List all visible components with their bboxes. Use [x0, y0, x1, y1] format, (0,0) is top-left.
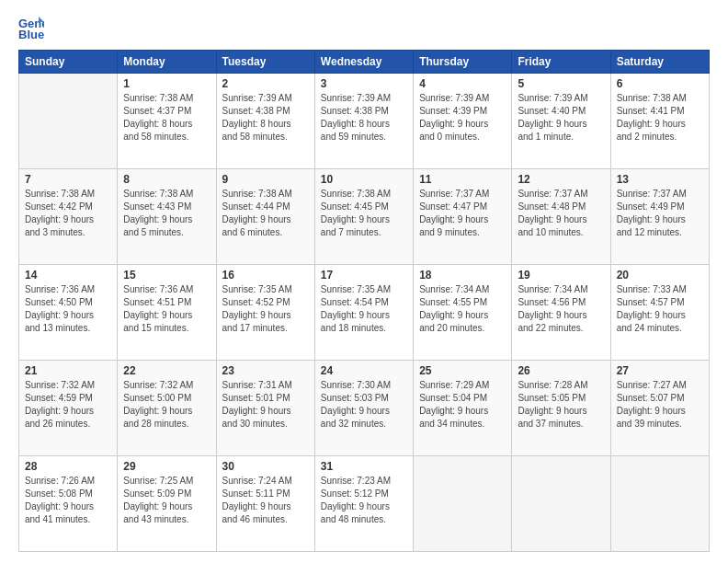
day-info: Sunrise: 7:37 AM Sunset: 4:49 PM Dayligh… — [617, 188, 703, 239]
calendar-cell: 13Sunrise: 7:37 AM Sunset: 4:49 PM Dayli… — [610, 169, 709, 265]
day-info: Sunrise: 7:36 AM Sunset: 4:51 PM Dayligh… — [123, 283, 210, 335]
day-number: 1 — [123, 77, 210, 90]
week-row-2: 7Sunrise: 7:38 AM Sunset: 4:42 PM Daylig… — [19, 169, 710, 265]
day-number: 11 — [419, 173, 506, 186]
calendar-table: SundayMondayTuesdayWednesdayThursdayFrid… — [18, 50, 710, 552]
day-number: 13 — [617, 173, 703, 186]
calendar-cell — [19, 74, 118, 169]
weekday-header-row: SundayMondayTuesdayWednesdayThursdayFrid… — [19, 51, 710, 74]
logo-icon: General Blue — [18, 15, 44, 40]
weekday-header-friday: Friday — [512, 51, 610, 74]
day-info: Sunrise: 7:39 AM Sunset: 4:40 PM Dayligh… — [518, 92, 604, 144]
day-number: 18 — [419, 269, 506, 282]
day-info: Sunrise: 7:32 AM Sunset: 5:00 PM Dayligh… — [123, 379, 210, 431]
day-number: 2 — [222, 77, 309, 90]
day-info: Sunrise: 7:26 AM Sunset: 5:08 PM Dayligh… — [25, 475, 111, 526]
day-info: Sunrise: 7:32 AM Sunset: 4:59 PM Dayligh… — [25, 379, 111, 431]
page: General Blue SundayMondayTuesdayWednesda… — [0, 0, 728, 563]
week-row-3: 14Sunrise: 7:36 AM Sunset: 4:50 PM Dayli… — [19, 265, 710, 361]
calendar-cell: 26Sunrise: 7:28 AM Sunset: 5:05 PM Dayli… — [512, 361, 610, 456]
calendar-cell: 3Sunrise: 7:39 AM Sunset: 4:38 PM Daylig… — [314, 74, 413, 169]
svg-text:Blue: Blue — [18, 28, 44, 40]
day-info: Sunrise: 7:39 AM Sunset: 4:38 PM Dayligh… — [222, 92, 309, 144]
day-number: 7 — [25, 173, 111, 186]
day-number: 31 — [321, 460, 407, 473]
day-info: Sunrise: 7:39 AM Sunset: 4:38 PM Dayligh… — [321, 92, 407, 144]
calendar-cell: 19Sunrise: 7:34 AM Sunset: 4:56 PM Dayli… — [512, 265, 610, 361]
calendar-cell: 18Sunrise: 7:34 AM Sunset: 4:55 PM Dayli… — [414, 265, 512, 361]
calendar-cell: 10Sunrise: 7:38 AM Sunset: 4:45 PM Dayli… — [314, 169, 413, 265]
header: General Blue — [18, 15, 710, 40]
day-number: 26 — [518, 364, 604, 377]
day-number: 29 — [123, 460, 210, 473]
calendar-cell: 31Sunrise: 7:23 AM Sunset: 5:12 PM Dayli… — [314, 456, 413, 552]
calendar-cell: 20Sunrise: 7:33 AM Sunset: 4:57 PM Dayli… — [610, 265, 709, 361]
day-number: 27 — [617, 364, 703, 377]
week-row-5: 28Sunrise: 7:26 AM Sunset: 5:08 PM Dayli… — [19, 456, 710, 552]
day-number: 12 — [518, 173, 604, 186]
calendar-cell: 12Sunrise: 7:37 AM Sunset: 4:48 PM Dayli… — [512, 169, 610, 265]
calendar-cell: 21Sunrise: 7:32 AM Sunset: 4:59 PM Dayli… — [19, 361, 118, 456]
day-number: 5 — [518, 77, 604, 90]
day-number: 15 — [123, 269, 210, 282]
calendar-cell: 29Sunrise: 7:25 AM Sunset: 5:09 PM Dayli… — [118, 456, 216, 552]
day-number: 10 — [321, 173, 407, 186]
weekday-header-wednesday: Wednesday — [314, 51, 413, 74]
day-info: Sunrise: 7:28 AM Sunset: 5:05 PM Dayligh… — [518, 379, 604, 431]
day-info: Sunrise: 7:30 AM Sunset: 5:03 PM Dayligh… — [321, 379, 407, 431]
day-number: 22 — [123, 364, 210, 377]
day-number: 30 — [222, 460, 309, 473]
day-number: 9 — [222, 173, 309, 186]
day-info: Sunrise: 7:37 AM Sunset: 4:48 PM Dayligh… — [518, 188, 604, 239]
day-info: Sunrise: 7:38 AM Sunset: 4:41 PM Dayligh… — [617, 92, 703, 144]
day-info: Sunrise: 7:27 AM Sunset: 5:07 PM Dayligh… — [617, 379, 703, 431]
day-info: Sunrise: 7:24 AM Sunset: 5:11 PM Dayligh… — [222, 475, 309, 526]
weekday-header-thursday: Thursday — [414, 51, 512, 74]
day-number: 17 — [321, 269, 407, 282]
calendar-cell: 7Sunrise: 7:38 AM Sunset: 4:42 PM Daylig… — [19, 169, 118, 265]
day-number: 6 — [617, 77, 703, 90]
calendar-cell: 27Sunrise: 7:27 AM Sunset: 5:07 PM Dayli… — [610, 361, 709, 456]
day-info: Sunrise: 7:34 AM Sunset: 4:56 PM Dayligh… — [518, 283, 604, 335]
day-number: 25 — [419, 364, 506, 377]
day-info: Sunrise: 7:29 AM Sunset: 5:04 PM Dayligh… — [419, 379, 506, 431]
day-info: Sunrise: 7:33 AM Sunset: 4:57 PM Dayligh… — [617, 283, 703, 335]
day-number: 21 — [25, 364, 111, 377]
calendar-cell: 30Sunrise: 7:24 AM Sunset: 5:11 PM Dayli… — [216, 456, 314, 552]
day-number: 8 — [123, 173, 210, 186]
day-number: 20 — [617, 269, 703, 282]
day-number: 14 — [25, 269, 111, 282]
calendar-cell: 24Sunrise: 7:30 AM Sunset: 5:03 PM Dayli… — [314, 361, 413, 456]
calendar-cell: 17Sunrise: 7:35 AM Sunset: 4:54 PM Dayli… — [314, 265, 413, 361]
calendar-cell: 8Sunrise: 7:38 AM Sunset: 4:43 PM Daylig… — [118, 169, 216, 265]
calendar-cell: 23Sunrise: 7:31 AM Sunset: 5:01 PM Dayli… — [216, 361, 314, 456]
calendar-cell — [610, 456, 709, 552]
day-number: 24 — [321, 364, 407, 377]
day-number: 19 — [518, 269, 604, 282]
weekday-header-saturday: Saturday — [610, 51, 709, 74]
calendar-cell: 1Sunrise: 7:38 AM Sunset: 4:37 PM Daylig… — [118, 74, 216, 169]
calendar-cell: 25Sunrise: 7:29 AM Sunset: 5:04 PM Dayli… — [414, 361, 512, 456]
weekday-header-tuesday: Tuesday — [216, 51, 314, 74]
day-number: 23 — [222, 364, 309, 377]
day-info: Sunrise: 7:25 AM Sunset: 5:09 PM Dayligh… — [123, 475, 210, 526]
calendar-cell: 16Sunrise: 7:35 AM Sunset: 4:52 PM Dayli… — [216, 265, 314, 361]
week-row-4: 21Sunrise: 7:32 AM Sunset: 4:59 PM Dayli… — [19, 361, 710, 456]
day-info: Sunrise: 7:36 AM Sunset: 4:50 PM Dayligh… — [25, 283, 111, 335]
day-number: 28 — [25, 460, 111, 473]
day-info: Sunrise: 7:38 AM Sunset: 4:45 PM Dayligh… — [321, 188, 407, 239]
calendar-cell: 15Sunrise: 7:36 AM Sunset: 4:51 PM Dayli… — [118, 265, 216, 361]
calendar-cell: 5Sunrise: 7:39 AM Sunset: 4:40 PM Daylig… — [512, 74, 610, 169]
day-info: Sunrise: 7:38 AM Sunset: 4:43 PM Dayligh… — [123, 188, 210, 239]
calendar-cell: 9Sunrise: 7:38 AM Sunset: 4:44 PM Daylig… — [216, 169, 314, 265]
day-number: 16 — [222, 269, 309, 282]
day-info: Sunrise: 7:38 AM Sunset: 4:37 PM Dayligh… — [123, 92, 210, 144]
weekday-header-sunday: Sunday — [19, 51, 118, 74]
calendar-cell: 11Sunrise: 7:37 AM Sunset: 4:47 PM Dayli… — [414, 169, 512, 265]
day-info: Sunrise: 7:34 AM Sunset: 4:55 PM Dayligh… — [419, 283, 506, 335]
calendar-cell: 4Sunrise: 7:39 AM Sunset: 4:39 PM Daylig… — [414, 74, 512, 169]
calendar-cell — [512, 456, 610, 552]
day-info: Sunrise: 7:23 AM Sunset: 5:12 PM Dayligh… — [321, 475, 407, 526]
calendar-cell: 22Sunrise: 7:32 AM Sunset: 5:00 PM Dayli… — [118, 361, 216, 456]
week-row-1: 1Sunrise: 7:38 AM Sunset: 4:37 PM Daylig… — [19, 74, 710, 169]
